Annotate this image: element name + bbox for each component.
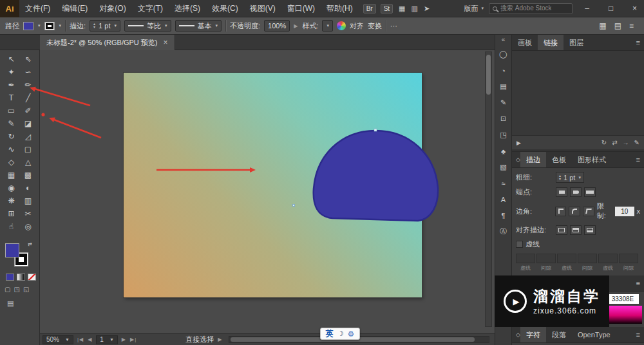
layout-columns-icon[interactable]: ▥ [412, 5, 418, 13]
next-artboard-button[interactable]: ▶ [122, 337, 126, 342]
panel-menu-icon[interactable]: ≡ [636, 152, 644, 167]
maximize-button[interactable]: □ [601, 0, 620, 17]
stepper-arrows-icon[interactable]: ▴▾ [93, 23, 95, 29]
zoom-tool[interactable]: ◎ [20, 220, 37, 233]
menu-view[interactable]: 视图(V) [244, 0, 281, 17]
tab-character[interactable]: 字符 [520, 327, 546, 342]
chevron-right-icon[interactable]: ▶ [294, 23, 298, 29]
controlbar-menu-icon[interactable]: ≡ [629, 21, 634, 30]
color-button[interactable] [6, 274, 14, 281]
panel-menu-icon[interactable]: ≡ [636, 35, 644, 50]
brush-definition-dropdown[interactable]: 基本 ▾ [175, 20, 222, 32]
fill-color-swatch[interactable] [23, 22, 33, 30]
more-options-icon[interactable]: ⋯ [390, 22, 397, 30]
tab-links[interactable]: 链接 [538, 35, 564, 50]
free-transform-tool[interactable]: ▢ [20, 143, 37, 156]
tab-opentype[interactable]: OpenType [572, 327, 616, 342]
blend-tool[interactable]: ◐ [20, 182, 37, 194]
panel-dock-icon[interactable]: ▦ [599, 21, 606, 30]
eyedropper-tool[interactable]: ◉ [3, 182, 20, 194]
panel-collapse-icon[interactable]: ◇ [512, 327, 520, 342]
shape-builder-tool[interactable]: ◇ [3, 156, 20, 169]
gradient-button[interactable] [17, 274, 25, 281]
stroke-weight-stepper[interactable]: ▴▾ 1 pt ▾ [556, 172, 584, 183]
miter-limit-input[interactable]: 10 [615, 207, 634, 216]
gradient-panel-icon[interactable]: ▧ [495, 159, 511, 175]
transform-button[interactable]: 变换 [368, 21, 382, 31]
brushes-panel-icon[interactable]: ✎ [495, 95, 511, 111]
tab-stroke[interactable]: 描边 [520, 152, 546, 167]
hex-value-input[interactable]: 33308E [607, 294, 639, 304]
edit-original-icon[interactable]: ✎ [634, 139, 639, 146]
chevron-right-icon[interactable]: ▶ [218, 337, 222, 342]
panel-menu-icon[interactable]: ≡ [636, 327, 644, 342]
pen-tool[interactable]: ✒ [3, 79, 20, 91]
draw-inside-icon[interactable]: ◱ [23, 286, 29, 293]
paintbrush-tool[interactable]: ✐ [20, 104, 37, 117]
stock-button[interactable]: St [381, 4, 393, 14]
corner-miter-button[interactable] [555, 207, 567, 216]
align-button[interactable]: 对齐 [350, 21, 364, 31]
workspace-columns-icon[interactable]: ▤ [614, 21, 621, 30]
width-tool[interactable]: ∿ [3, 143, 20, 156]
appearance-panel-icon[interactable]: ≈ [495, 175, 511, 191]
color-panel-icon[interactable]: ◯ [495, 46, 511, 62]
dash-input[interactable] [557, 254, 576, 263]
stock-search-input[interactable]: 搜索 Adobe Stock [489, 3, 573, 14]
expand-panels-icon[interactable]: « [502, 36, 506, 46]
menu-window[interactable]: 窗口(W) [281, 0, 321, 17]
glyphs-panel-icon[interactable]: Ⓐ [495, 223, 511, 239]
direct-selection-tool[interactable]: ⇖ [20, 53, 37, 66]
dash-input[interactable] [516, 254, 535, 263]
links-panel-list[interactable] [512, 51, 644, 135]
swap-fill-stroke-icon[interactable]: ⇄ [28, 241, 32, 247]
update-link-icon[interactable]: ↻ [601, 139, 607, 146]
bridge-button[interactable]: Br [363, 4, 376, 14]
gradient-tool[interactable]: ▩ [20, 169, 37, 182]
artboard-tool[interactable]: ⊞ [3, 207, 20, 220]
swatches-panel-icon[interactable]: ▤ [495, 79, 511, 95]
corner-round-button[interactable] [569, 207, 580, 216]
fill-swatch[interactable] [5, 243, 19, 257]
eraser-tool[interactable]: ◪ [20, 117, 37, 130]
stepper-arrows-icon[interactable]: ▴▾ [559, 174, 561, 181]
corner-bevel-button[interactable] [583, 207, 594, 216]
color-guide-panel-icon[interactable]: ◔ [495, 62, 511, 79]
none-button[interactable] [28, 274, 36, 281]
layout-grid-icon[interactable]: ▦ [399, 5, 405, 13]
character-panel-icon[interactable]: A [495, 191, 511, 207]
ime-settings-icon[interactable]: ⚙ [348, 330, 355, 339]
cap-butt-button[interactable] [556, 187, 567, 197]
gap-input[interactable] [536, 254, 556, 263]
gap-input[interactable] [619, 254, 638, 263]
app-logo[interactable]: Ai [0, 0, 19, 17]
cap-round-button[interactable] [570, 187, 582, 197]
lasso-tool[interactable]: ∽ [20, 66, 37, 79]
menu-select[interactable]: 选择(S) [169, 0, 206, 17]
close-button[interactable]: × [625, 0, 644, 17]
ime-fullwidth-icon[interactable]: ☽ [337, 330, 344, 338]
opacity-dropdown[interactable]: 100% [264, 20, 290, 32]
paragraph-panel-icon[interactable]: ¶ [495, 207, 511, 223]
menu-effect[interactable]: 效果(C) [206, 0, 244, 17]
menu-file[interactable]: 文件(F) [19, 0, 56, 17]
symbol-sprayer-tool[interactable]: ❋ [3, 194, 20, 207]
panel-collapse-icon[interactable]: ◇ [512, 152, 520, 167]
anchor-point[interactable] [292, 204, 295, 207]
scale-tool[interactable]: ◿ [20, 130, 37, 143]
rectangle-tool[interactable]: ▭ [3, 104, 20, 117]
artboard-number-dropdown[interactable]: 1 ▼ [96, 335, 118, 344]
minimize-button[interactable]: – [578, 0, 596, 17]
menu-object[interactable]: 对象(O) [93, 0, 131, 17]
tab-graphic-styles[interactable]: 图形样式 [572, 152, 612, 167]
vertical-scrollbar[interactable] [485, 51, 492, 327]
tab-layers[interactable]: 图层 [564, 35, 589, 50]
panel-menu-icon[interactable]: ≡ [636, 275, 644, 291]
menu-help[interactable]: 帮助(H) [321, 0, 359, 17]
align-stroke-outside-button[interactable] [584, 225, 596, 235]
line-segment-tool[interactable]: ╱ [20, 91, 37, 104]
cap-projecting-button[interactable] [584, 187, 596, 197]
menu-type[interactable]: 文字(T) [132, 0, 169, 17]
curvature-tool[interactable]: ✏ [20, 79, 37, 91]
rotate-tool[interactable]: ↻ [3, 130, 20, 143]
